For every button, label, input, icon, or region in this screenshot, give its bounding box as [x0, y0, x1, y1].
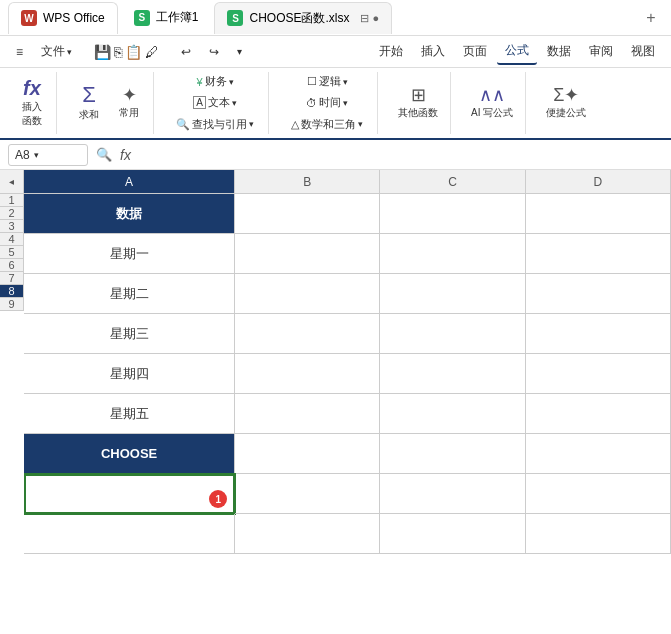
cell-ref-box[interactable]: A8 ▾: [8, 144, 88, 166]
chevron-down-icon-2[interactable]: ▾: [229, 42, 250, 61]
row-3-num[interactable]: 3: [0, 220, 24, 233]
cell-b7[interactable]: [235, 434, 380, 474]
ai-formula-icon: ∧∧: [479, 86, 505, 104]
cell-a2[interactable]: 星期一: [24, 234, 235, 274]
common-btn[interactable]: ✦ 常用: [113, 84, 145, 122]
cell-a6-value: 星期五: [110, 405, 149, 423]
cell-c2[interactable]: [380, 234, 525, 274]
cell-c6[interactable]: [380, 394, 525, 434]
col-headers: A B C D: [24, 170, 671, 194]
cell-c1[interactable]: [380, 194, 525, 234]
row-1-num[interactable]: 1: [0, 194, 24, 207]
cell-d8[interactable]: [526, 474, 671, 514]
math-label: 数学和三角: [301, 117, 356, 132]
cell-a4[interactable]: 星期三: [24, 314, 235, 354]
quick-formula-btn[interactable]: Σ✦ 便捷公式: [542, 84, 590, 122]
insert-fn-group: fx 插入函数: [8, 72, 57, 134]
cell-d4[interactable]: [526, 314, 671, 354]
cell-a1-value: 数据: [116, 205, 142, 223]
cell-d5[interactable]: [526, 354, 671, 394]
text-arrow-icon: ▾: [232, 98, 237, 108]
cell-b6[interactable]: [235, 394, 380, 434]
cell-a5[interactable]: 星期四: [24, 354, 235, 394]
col-b-header[interactable]: B: [235, 170, 380, 194]
row-8-num[interactable]: 8: [0, 285, 24, 298]
workbook1-tab[interactable]: S 工作簿1: [122, 2, 211, 34]
cell-a1[interactable]: 数据: [24, 194, 235, 234]
cell-c3[interactable]: [380, 274, 525, 314]
other-fn-btn[interactable]: ⊞ 其他函数: [394, 84, 442, 122]
cell-d2[interactable]: [526, 234, 671, 274]
menu-start[interactable]: 开始: [371, 39, 411, 64]
cell-c4[interactable]: [380, 314, 525, 354]
cell-a9[interactable]: [24, 514, 235, 554]
cell-c9[interactable]: [380, 514, 525, 554]
menu-data[interactable]: 数据: [539, 39, 579, 64]
workbook1-icon: S: [134, 10, 150, 26]
col-c-header[interactable]: C: [380, 170, 525, 194]
copy-icon[interactable]: ⎘: [114, 44, 122, 60]
insert-fn-btn[interactable]: fx 插入函数: [16, 76, 48, 130]
insert-fn-label: 插入函数: [22, 100, 42, 128]
menu-page[interactable]: 页面: [455, 39, 495, 64]
minimize-icon[interactable]: ⊟: [360, 12, 369, 25]
cell-b5[interactable]: [235, 354, 380, 394]
cell-a7[interactable]: CHOOSE: [24, 434, 235, 474]
row-2-num[interactable]: 2: [0, 207, 24, 220]
row-9-num[interactable]: 9: [0, 298, 24, 311]
format-icon[interactable]: 🖊: [145, 44, 159, 60]
lookup-btn[interactable]: 🔍 查找与引用 ▾: [170, 115, 260, 134]
col-d-header[interactable]: D: [526, 170, 671, 194]
row-6-num[interactable]: 6: [0, 259, 24, 272]
time-icon: ⏱: [306, 97, 317, 109]
cell-d3[interactable]: [526, 274, 671, 314]
col-a-header[interactable]: A: [24, 170, 235, 194]
table-row: [24, 514, 671, 554]
time-btn[interactable]: ⏱ 时间 ▾: [300, 93, 354, 112]
menu-review[interactable]: 审阅: [581, 39, 621, 64]
row-7-num[interactable]: 7: [0, 272, 24, 285]
ai-formula-btn[interactable]: ∧∧ AI 写公式: [467, 84, 517, 122]
math-btn[interactable]: △ 数学和三角 ▾: [285, 115, 369, 134]
cell-b1[interactable]: [235, 194, 380, 234]
finance-btn[interactable]: ¥ 财务 ▾: [190, 72, 239, 91]
menu-view[interactable]: 视图: [623, 39, 663, 64]
row-4-num[interactable]: 4: [0, 233, 24, 246]
cell-d6[interactable]: [526, 394, 671, 434]
math-arrow-icon: ▾: [358, 119, 363, 129]
choose-tab[interactable]: S CHOOSE函数.xlsx ⊟ ●: [214, 2, 392, 34]
formula-input[interactable]: [139, 148, 663, 162]
menu-file[interactable]: 文件 ▾: [33, 39, 80, 64]
cell-b2[interactable]: [235, 234, 380, 274]
cell-c8[interactable]: [380, 474, 525, 514]
cell-b3[interactable]: [235, 274, 380, 314]
cell-ref-value: A8: [15, 148, 30, 162]
save-icon[interactable]: 💾: [94, 44, 111, 60]
toolbar-redo[interactable]: ↪: [201, 41, 227, 63]
toolbar-undo[interactable]: ↩: [173, 41, 199, 63]
logic-btn[interactable]: ☐ 逻辑 ▾: [301, 72, 354, 91]
cell-d1[interactable]: [526, 194, 671, 234]
text-btn[interactable]: A 文本 ▾: [187, 93, 243, 112]
magnify-icon: 🔍: [96, 147, 112, 162]
new-tab-button[interactable]: +: [639, 6, 663, 30]
cell-b4[interactable]: [235, 314, 380, 354]
cell-b9[interactable]: [235, 514, 380, 554]
quick-formula-group: Σ✦ 便捷公式: [534, 72, 598, 134]
wps-office-tab[interactable]: W WPS Office: [8, 2, 118, 34]
cell-c7[interactable]: [380, 434, 525, 474]
menu-insert[interactable]: 插入: [413, 39, 453, 64]
cell-b8[interactable]: [235, 474, 380, 514]
close-icon[interactable]: ●: [373, 12, 380, 25]
menu-formula[interactable]: 公式: [497, 38, 537, 65]
cell-d7[interactable]: [526, 434, 671, 474]
cell-a8[interactable]: 1: [24, 474, 235, 514]
row-5-num[interactable]: 5: [0, 246, 24, 259]
paste-icon[interactable]: 📋: [125, 44, 142, 60]
cell-a3[interactable]: 星期二: [24, 274, 235, 314]
cell-a6[interactable]: 星期五: [24, 394, 235, 434]
cell-c5[interactable]: [380, 354, 525, 394]
cell-d9[interactable]: [526, 514, 671, 554]
sum-btn[interactable]: Σ 求和: [73, 82, 105, 124]
menu-icon[interactable]: ≡: [8, 41, 31, 63]
